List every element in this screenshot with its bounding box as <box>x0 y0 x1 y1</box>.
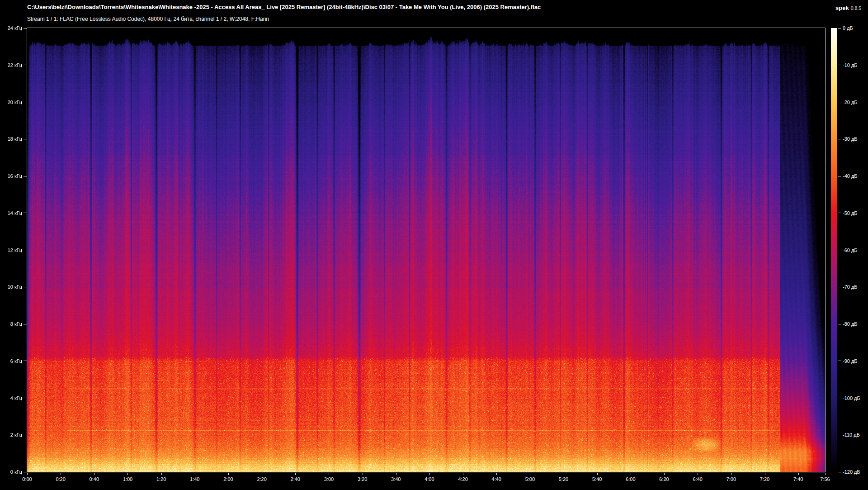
db-tick-label: -70 дБ <box>843 284 858 290</box>
time-tick-label: 1:40 <box>184 476 205 482</box>
db-tick <box>838 176 841 176</box>
freq-tick <box>24 287 27 287</box>
db-tick <box>838 287 841 287</box>
freq-tick-label: 18 кГц <box>0 136 22 142</box>
freq-tick <box>24 28 27 29</box>
time-tick <box>161 473 162 475</box>
time-tick-label: 6:40 <box>687 476 708 482</box>
time-tick-label: 4:00 <box>419 476 440 482</box>
db-tick <box>838 435 841 435</box>
db-tick-label: -50 дБ <box>843 210 858 216</box>
time-tick-label: 7:20 <box>755 476 775 482</box>
time-tick <box>61 473 61 475</box>
db-tick-label: -90 дБ <box>843 358 858 364</box>
time-tick <box>329 473 329 475</box>
time-tick-label: 1:00 <box>117 476 138 482</box>
db-tick <box>838 250 841 250</box>
freq-tick <box>24 250 27 250</box>
freq-tick <box>24 398 27 398</box>
time-tick <box>429 473 430 475</box>
time-tick-label: 0:20 <box>50 476 71 482</box>
time-tick-label: 2:20 <box>251 476 272 482</box>
db-tick <box>838 102 841 102</box>
time-tick <box>228 473 229 475</box>
time-tick <box>798 473 799 475</box>
freq-tick <box>24 102 27 102</box>
freq-tick-label: 24 кГц <box>0 25 22 31</box>
freq-tick <box>24 472 27 472</box>
freq-tick-label: 10 кГц <box>0 284 22 290</box>
freq-tick-label: 14 кГц <box>0 210 22 216</box>
freq-tick-label: 4 кГц <box>0 395 22 401</box>
db-tick <box>838 472 841 472</box>
time-tick-label: 3:20 <box>352 476 373 482</box>
time-tick-label: 5:00 <box>519 476 540 482</box>
app-version: 0.8.5 <box>851 5 861 11</box>
db-tick <box>838 65 841 65</box>
time-tick-label: 1:20 <box>151 476 172 482</box>
time-tick-label: 7:40 <box>788 476 809 482</box>
time-tick-label: 0:40 <box>84 476 104 482</box>
freq-tick <box>24 435 27 435</box>
db-tick-label: -30 дБ <box>843 136 858 142</box>
time-tick <box>664 473 665 475</box>
stream-info: Stream 1 / 1: FLAC (Free Lossless Audio … <box>27 16 269 22</box>
db-tick-label: 0 дБ <box>843 25 853 31</box>
db-tick-label: -20 дБ <box>843 100 858 105</box>
db-tick <box>838 361 841 361</box>
time-tick-label: 0:00 <box>17 476 38 482</box>
freq-tick-label: 20 кГц <box>0 100 22 105</box>
file-path: C:\Users\belzi\Downloads\Torrents\Whites… <box>27 4 541 10</box>
time-tick <box>94 473 94 475</box>
db-tick <box>838 139 841 139</box>
db-tick-label: -60 дБ <box>843 247 858 253</box>
freq-tick <box>24 324 27 324</box>
time-tick <box>631 473 631 475</box>
freq-tick <box>24 176 27 176</box>
time-tick-label: 2:00 <box>218 476 239 482</box>
freq-tick-label: 6 кГц <box>0 358 22 364</box>
time-tick-label: 4:40 <box>486 476 507 482</box>
db-tick-label: -80 дБ <box>843 321 858 327</box>
spek-window: { "header": { "file_path": "C:\\Users\\b… <box>0 0 868 490</box>
time-tick <box>530 473 530 475</box>
time-tick <box>698 473 698 475</box>
db-colorbar <box>831 28 837 472</box>
time-tick <box>27 473 28 475</box>
db-tick <box>838 324 841 324</box>
db-tick <box>838 28 841 29</box>
time-tick <box>765 473 765 475</box>
freq-tick <box>24 139 27 139</box>
freq-tick-label: 8 кГц <box>0 321 22 327</box>
time-tick-label: 6:00 <box>620 476 641 482</box>
db-tick-label: -110 дБ <box>843 432 860 438</box>
app-name: spek <box>835 5 849 11</box>
time-tick-label: 3:00 <box>318 476 339 482</box>
time-tick <box>825 473 826 475</box>
time-tick-label: 4:20 <box>453 476 473 482</box>
time-tick <box>396 473 396 475</box>
db-tick-label: -40 дБ <box>843 173 858 179</box>
time-tick-label: 5:40 <box>587 476 608 482</box>
time-tick-label: 2:40 <box>285 476 306 482</box>
db-tick-label: -10 дБ <box>843 62 858 68</box>
freq-tick-label: 12 кГц <box>0 247 22 253</box>
time-tick <box>363 473 363 475</box>
app-brand: spek0.8.5 <box>835 4 861 12</box>
freq-tick-label: 0 кГц <box>0 469 22 475</box>
freq-tick-label: 2 кГц <box>0 432 22 438</box>
spectrogram <box>27 28 826 472</box>
freq-tick-label: 22 кГц <box>0 62 22 68</box>
db-tick <box>838 398 841 398</box>
time-tick <box>597 473 598 475</box>
freq-tick <box>24 361 27 361</box>
freq-tick <box>24 65 27 65</box>
freq-tick-label: 16 кГц <box>0 173 22 179</box>
time-tick <box>127 473 128 475</box>
time-tick <box>731 473 731 475</box>
time-tick <box>195 473 195 475</box>
time-tick-label: 5:20 <box>553 476 574 482</box>
time-tick <box>295 473 296 475</box>
time-tick <box>496 473 497 475</box>
time-tick <box>564 473 564 475</box>
